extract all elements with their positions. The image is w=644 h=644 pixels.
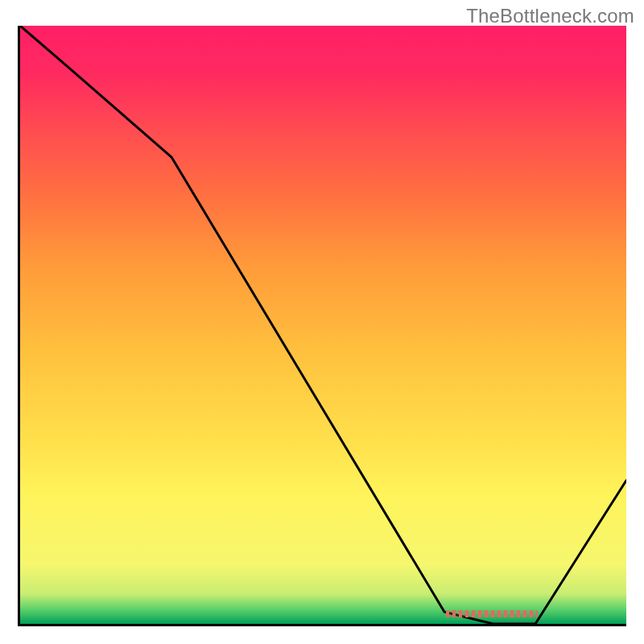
chart-container: TheBottleneck.com	[0, 0, 644, 644]
bottleneck-curve	[20, 26, 626, 624]
plot-area	[18, 26, 626, 626]
watermark-label: TheBottleneck.com	[466, 5, 634, 27]
optimal-range-marker	[446, 610, 537, 617]
